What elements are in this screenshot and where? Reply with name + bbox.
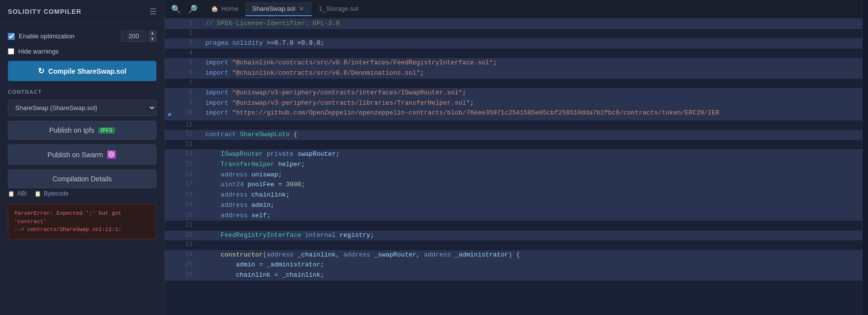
- line-num-8: 8: [175, 88, 199, 98]
- table-row: 24 constructor(address _chainlink, addre…: [165, 250, 862, 260]
- line-code-19: address admin;: [199, 200, 862, 211]
- sidebar-title: SOLIDITY COMPILER: [8, 8, 82, 15]
- gutter-22: [165, 230, 175, 241]
- tab-bar: 🔍 🔎 🏠 Home ShareSwap.sol ✕ 1_Storage.sol: [165, 0, 862, 19]
- compile-button-label: Compile ShareSwap.sol: [48, 67, 126, 75]
- table-row: 3 pragma solidity >=0.7.0 <0.9.0;: [165, 38, 862, 49]
- publish-swarm-button[interactable]: Publish on Swarm ☸️: [8, 144, 156, 165]
- line-code-6: import "@chainlink/contracts/src/v0.8/De…: [199, 68, 862, 79]
- bytecode-copy-icon: 📋: [34, 191, 41, 197]
- line-code-17: uint24 poolFee = 3000;: [199, 180, 862, 190]
- line-num-15: 15: [175, 160, 199, 170]
- line-num-14: 14: [175, 149, 199, 160]
- gutter-3: [165, 38, 175, 49]
- zoom-out-button[interactable]: 🔍: [169, 3, 183, 15]
- table-row: 18 address chainlink;: [165, 190, 862, 200]
- contract-section: CONTRACT ShareSwap (ShareSwap.sol) Publi…: [0, 89, 164, 188]
- line-code-9: import "@uniswap/v3-periphery/contracts/…: [199, 98, 862, 109]
- table-row: 17 uint24 poolFee = 3000;: [165, 180, 862, 190]
- table-row: 21: [165, 221, 862, 230]
- bytecode-button[interactable]: 📋 Bytecode: [34, 190, 68, 197]
- sidebar: SOLIDITY COMPILER ☰ Enable optimization …: [0, 0, 165, 315]
- tab-shareswap[interactable]: ShareSwap.sol ✕: [245, 2, 312, 16]
- gutter-14: [165, 149, 175, 160]
- optimization-increment[interactable]: ▲: [149, 30, 156, 36]
- abi-label: ABI: [17, 190, 27, 197]
- contract-label: CONTRACT: [8, 89, 156, 95]
- compile-icon: ↻: [38, 66, 44, 76]
- table-row: 4: [165, 49, 862, 58]
- tab-shareswap-label: ShareSwap.sol: [252, 5, 295, 12]
- gutter-15: [165, 160, 175, 170]
- publish-ipfs-button[interactable]: Publish on Ipfs IPFS: [8, 121, 156, 140]
- line-code-2: [199, 29, 862, 38]
- swarm-icon: ☸️: [107, 150, 117, 159]
- line-code-8: import "@uniswap/v3-periphery/contracts/…: [199, 88, 862, 98]
- line-code-24: constructor(address _chainlink, address …: [199, 250, 862, 260]
- line-code-5: import "@chainlink/contracts/src/v0.8/in…: [199, 58, 862, 68]
- code-table: 1 // SPDX-License-Identifier: GPL-3.0 2 …: [165, 19, 862, 281]
- abi-bytecode-row: 📋 ABI 📋 Bytecode: [0, 188, 164, 199]
- optimization-checkbox[interactable]: [8, 33, 15, 40]
- line-code-26: chainlink = _chainlink;: [199, 270, 862, 281]
- table-row: 1 // SPDX-License-Identifier: GPL-3.0: [165, 19, 862, 29]
- optimization-decrement[interactable]: ▼: [149, 36, 156, 42]
- table-row: 20 address self;: [165, 211, 862, 221]
- table-row: 14 ISwapRouter private swapRouter;: [165, 149, 862, 160]
- gutter-12: [165, 130, 175, 140]
- line-code-10: import "https://github.com/OpenZeppelin/…: [199, 108, 862, 120]
- zoom-in-button[interactable]: 🔎: [185, 3, 200, 15]
- line-num-21: 21: [175, 221, 199, 230]
- code-editor[interactable]: 1 // SPDX-License-Identifier: GPL-3.0 2 …: [165, 19, 862, 315]
- line-code-4: [199, 49, 862, 58]
- gutter-1: [165, 19, 175, 29]
- abi-button[interactable]: 📋 ABI: [8, 190, 27, 197]
- line-num-20: 20: [175, 211, 199, 221]
- table-row: 2: [165, 29, 862, 38]
- error-box: ParserError: Expected ';' but got 'contr…: [8, 204, 156, 239]
- line-code-20: address self;: [199, 211, 862, 221]
- minimap: [862, 0, 868, 315]
- gutter-11: [165, 120, 175, 130]
- tab-home[interactable]: 🏠 Home: [204, 2, 245, 16]
- line-code-25: admin = _administrator;: [199, 260, 862, 270]
- table-row: 12 contract ShareSwapLoto {: [165, 130, 862, 140]
- gutter-10: ●: [165, 108, 175, 120]
- ipfs-badge: IPFS: [98, 127, 115, 134]
- table-row: 16 address uniswap;: [165, 170, 862, 180]
- tab-home-label: Home: [221, 5, 239, 12]
- sidebar-body: Enable optimization ▲ ▼ Hide warnings ↻ …: [0, 23, 164, 89]
- gutter-20: [165, 211, 175, 221]
- optimization-value-input[interactable]: [121, 30, 147, 42]
- line-num-6: 6: [175, 68, 199, 79]
- menu-icon[interactable]: ☰: [150, 7, 156, 16]
- bytecode-label: Bytecode: [44, 190, 68, 197]
- line-num-13: 13: [175, 140, 199, 149]
- gutter-19: [165, 200, 175, 211]
- tab-close-button[interactable]: ✕: [298, 6, 305, 12]
- line-num-12: 12: [175, 130, 199, 140]
- line-code-18: address chainlink;: [199, 190, 862, 200]
- compile-button[interactable]: ↻ Compile ShareSwap.sol: [8, 61, 156, 81]
- sidebar-header: SOLIDITY COMPILER ☰: [0, 0, 164, 23]
- line-code-13: [199, 140, 862, 149]
- line-num-7: 7: [175, 79, 199, 88]
- line-num-11: 11: [175, 120, 199, 130]
- gutter-4: [165, 49, 175, 58]
- line-code-7: [199, 79, 862, 88]
- contract-select[interactable]: ShareSwap (ShareSwap.sol): [8, 100, 156, 116]
- hide-warnings-checkbox[interactable]: [8, 48, 14, 55]
- tab-storage[interactable]: 1_Storage.sol: [312, 2, 365, 16]
- table-row: 22 FeedRegistryInterface internal regist…: [165, 230, 862, 241]
- table-row: 6 import "@chainlink/contracts/src/v0.8/…: [165, 68, 862, 79]
- hide-warnings-label: Hide warnings: [18, 48, 59, 55]
- optimization-row: Enable optimization ▲ ▼: [8, 30, 156, 42]
- line-num-9: 9: [175, 98, 199, 109]
- line-code-12: contract ShareSwapLoto {: [199, 130, 862, 140]
- compilation-details-button[interactable]: Compilation Details: [8, 170, 156, 188]
- table-row: 9 import "@uniswap/v3-periphery/contract…: [165, 98, 862, 109]
- compilation-details-label: Compilation Details: [53, 175, 112, 183]
- table-row: 19 address admin;: [165, 200, 862, 211]
- optimization-label: Enable optimization: [19, 32, 74, 40]
- line-num-25: 25: [175, 260, 199, 270]
